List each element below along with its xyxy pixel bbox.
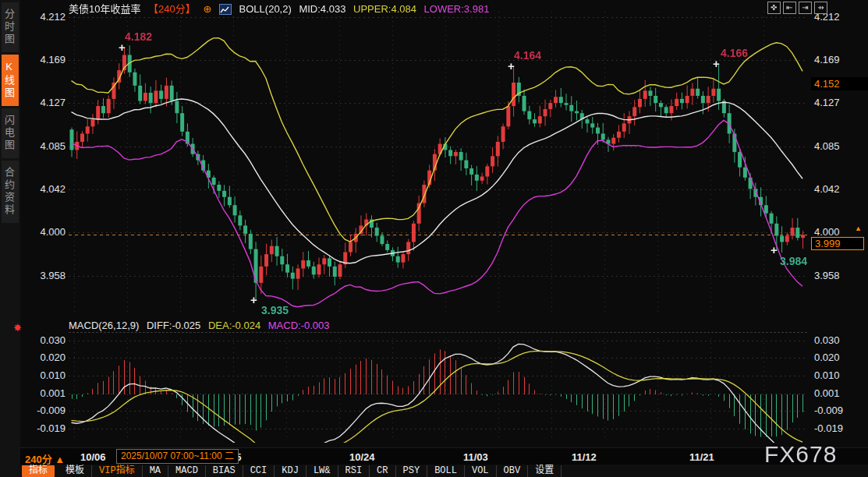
price-panel-legend: 美债10年收益率 【240分】 ⊕ BOLL(20,2) MID:4.033 U… [69,1,494,13]
sidebar: 分时图K线图闪电图合约资料 [0,0,20,477]
shift-chart-icon[interactable]: ⇸ [814,2,827,14]
instrument-title: 美债10年收益率 [69,3,140,15]
crosshair-icon[interactable]: ✜ [767,2,781,14]
axis-tick-label: 4.085 [23,140,66,152]
cursor-date-tooltip: 2025/10/07 07:00~11:00 二 [116,449,239,464]
menu-item-boll[interactable]: BOLL [427,465,465,477]
boll-upper-label: UPPER:4.084 [353,3,416,15]
axis-tick-label: 4.000 [23,226,66,238]
menu-item-rsi[interactable]: RSI [338,465,370,477]
axis-tick-label: 4.042 [23,183,66,195]
axis-tick-label: 0.001 [23,387,66,399]
extreme-marker-cross-icon: + [508,62,515,70]
panel-divider [69,332,807,333]
menu-item-模板[interactable]: 模板 [58,465,92,477]
extreme-marker-cross-icon: + [119,44,126,51]
axis-tick-label: 4.212 [23,11,66,23]
sidebar-tab-contract-info[interactable]: 合约资料 [2,161,19,223]
compress-axis-icon[interactable]: ⇤ [783,2,796,14]
menu-item-obv[interactable]: OBV [497,465,529,477]
axis-tick-label: 0.030 [814,334,840,346]
menu-item-指标[interactable]: 指标 [22,465,55,477]
indicator-menu-bar: 指标模板VIP指标MAMACDBIASCCIKDJLW&RSICRPSYBOLL… [20,465,868,477]
axis-tick-label: 4.000 [814,226,840,238]
sidebar-tab-flash[interactable]: 闪电图 [2,108,19,158]
axis-tick-label: 0.030 [23,334,66,346]
axis-tick-label: 4.127 [23,97,66,108]
expand-settings-icon[interactable]: ⊕ [203,3,211,15]
axis-tick-label: 0.020 [814,352,840,363]
expand-axis-icon[interactable]: ⇥ [799,2,812,14]
xaxis-row: 240分 ▲ 10/0610/1510/2411/0311/1211/21 20… [20,447,868,465]
extreme-high-label: 4.182 [125,30,152,43]
menu-item-psy[interactable]: PSY [396,465,428,477]
extreme-high-label: 4.164 [514,49,541,62]
axis-tick-label: 4.169 [23,54,66,65]
alert-icon: ✸ [13,322,22,334]
last-price-label: 3.999 [811,237,864,250]
extreme-low-label: 3.984 [780,255,807,267]
menu-item-cci[interactable]: CCI [243,465,275,477]
trading-app-window: 分时图K线图闪电图合约资料 美债10年收益率 【240分】 ⊕ BOLL(20,… [0,0,868,477]
macd-name-label: MACD(26,12,9) [69,320,139,331]
xaxis-date-label: 11/12 [572,451,597,463]
macd-diff-label: DIFF:-0.025 [147,320,200,331]
price-position-marker-icon: ▲ [855,224,862,232]
axis-tick-label: 0.010 [23,369,66,381]
xaxis-date-label: 10/06 [80,451,106,463]
axis-tick-label: 0.001 [814,387,840,399]
menu-item-cr[interactable]: CR [370,465,395,477]
axis-tick-label: 4.042 [814,183,840,195]
axis-tick-label: -0.019 [814,422,843,434]
boll-lower-label: LOWER:3.981 [424,3,490,15]
session-marker-label: 4.152 [811,77,868,90]
menu-item-vol[interactable]: VOL [465,465,497,477]
mini-chart-icon[interactable] [219,4,232,15]
xaxis-date-label: 11/21 [689,451,714,463]
sidebar-tab-fenshi[interactable]: 分时图 [2,2,19,52]
macd-panel-legend: MACD(26,12,9) DIFF:-0.025 DEA:-0.024 MAC… [69,320,335,332]
xaxis-date-label: 11/03 [463,451,488,463]
sidebar-tab-kline[interactable]: K线图 [2,55,19,106]
extreme-marker-cross-icon: + [250,296,257,304]
macd-value-label: MACD:-0.003 [268,320,330,331]
chart-toolbar: ✜⇤⇥⇸ [767,2,827,14]
axis-tick-label: 3.958 [23,270,66,281]
watermark: FX678 [764,441,837,468]
xaxis-date-label: 10/24 [349,451,375,463]
menu-item-kdj[interactable]: KDJ [275,465,306,477]
boll-name-label: BOLL(20,2) [239,3,292,15]
extreme-high-label: 4.166 [721,47,748,59]
menu-item-vip指标[interactable]: VIP指标 [92,465,143,477]
menu-item-ma[interactable]: MA [143,465,168,477]
menu-item-设置[interactable]: 设置 [528,465,562,477]
axis-tick-label: 4.169 [814,54,840,65]
axis-tick-label: -0.009 [814,405,843,416]
macd-chart-canvas[interactable] [69,335,807,443]
axis-tick-label: 4.085 [814,140,840,152]
period-tag: 【240分】 [148,3,196,15]
menu-item-macd[interactable]: MACD [168,465,206,477]
axis-tick-label: 0.020 [23,352,66,363]
boll-mid-label: MID:4.033 [299,3,345,15]
extreme-low-label: 3.935 [261,304,289,316]
macd-dea-label: DEA:-0.024 [208,320,260,331]
axis-tick-label: 0.010 [814,369,840,381]
extreme-marker-cross-icon: + [771,246,778,254]
price-chart-canvas[interactable] [69,4,807,318]
axis-tick-label: -0.019 [23,422,66,434]
extreme-marker-cross-icon: + [713,60,720,68]
axis-tick-label: 4.127 [814,97,840,108]
menu-item-lw[interactable]: LW& [306,465,338,477]
menu-item-bias[interactable]: BIAS [206,465,243,477]
axis-tick-label: 3.958 [814,270,840,281]
axis-tick-label: -0.009 [23,405,66,416]
